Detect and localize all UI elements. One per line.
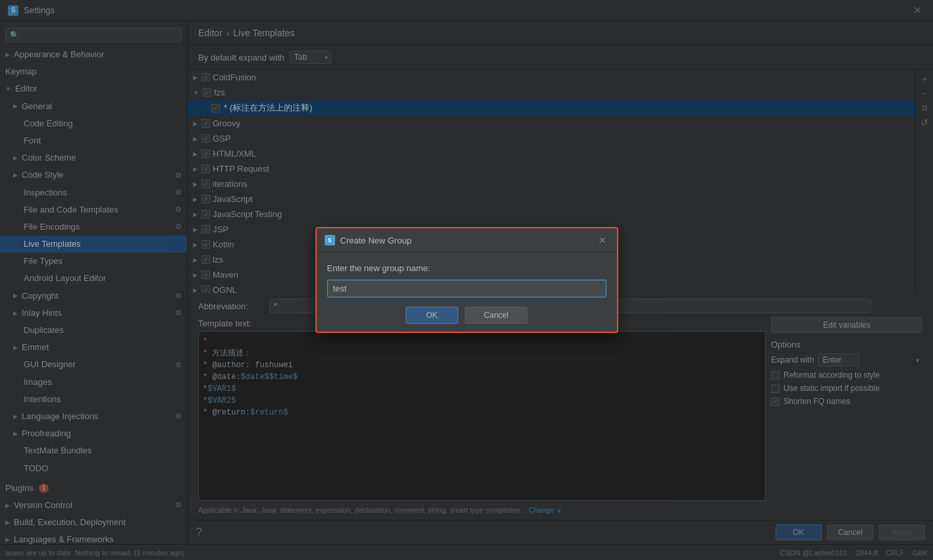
- modal-title: Create New Group: [340, 236, 591, 245]
- group-name-input[interactable]: [327, 280, 606, 297]
- modal-overlay: S Create New Group ✕ Enter the new group…: [0, 0, 933, 560]
- modal-body: Enter the new group name: OK Cancel: [317, 253, 617, 332]
- create-new-group-dialog: S Create New Group ✕ Enter the new group…: [315, 227, 618, 333]
- modal-icon: S: [325, 235, 335, 245]
- modal-buttons: OK Cancel: [327, 307, 606, 324]
- modal-titlebar: S Create New Group ✕: [317, 228, 617, 253]
- modal-cancel-button[interactable]: Cancel: [465, 307, 527, 324]
- modal-ok-button[interactable]: OK: [406, 307, 458, 324]
- modal-close-button[interactable]: ✕: [596, 234, 609, 247]
- modal-prompt-text: Enter the new group name:: [327, 263, 606, 273]
- settings-window: S Settings ✕ 🔍 ▶ Appearance & Behavior K…: [0, 0, 933, 560]
